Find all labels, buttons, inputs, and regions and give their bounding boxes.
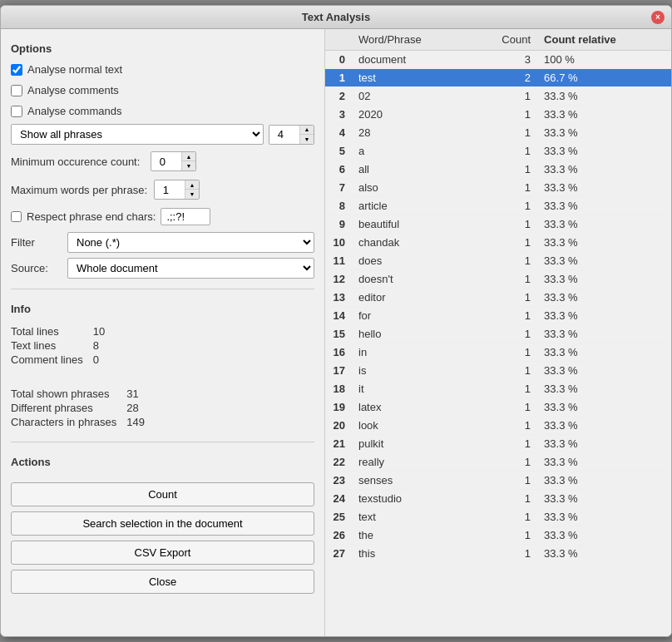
- word-phrase-table: Word/Phrase Count Count relative 0docume…: [325, 29, 671, 563]
- table-cell-relative: 33.3 %: [537, 526, 671, 545]
- table-cell-num: 4: [325, 124, 352, 142]
- show-phrases-spin-down[interactable]: ▼: [300, 135, 314, 144]
- table-row[interactable]: 7also133.3 %: [325, 179, 671, 197]
- table-cell-count: 1: [472, 435, 537, 453]
- table-cell-word: chandak: [352, 234, 472, 252]
- info-text-lines-val: 8: [93, 339, 314, 352]
- table-cell-word: test: [352, 69, 472, 87]
- table-cell-word: this: [352, 545, 472, 563]
- table-row[interactable]: 202133.3 %: [325, 87, 671, 106]
- show-phrases-spin-input[interactable]: [269, 126, 299, 142]
- table-cell-relative: 33.3 %: [537, 106, 671, 124]
- table-row[interactable]: 8article133.3 %: [325, 197, 671, 215]
- info-grid-2: Total shown phrases 31 Different phrases…: [11, 388, 314, 428]
- analyse-normal-checkbox[interactable]: [11, 64, 22, 76]
- table-cell-word: it: [352, 380, 472, 398]
- table-row[interactable]: 20look133.3 %: [325, 417, 671, 435]
- table-body: 0document3100 %1test266.7 %202133.3 %320…: [325, 51, 671, 563]
- search-selection-button[interactable]: Search selection in the document: [11, 511, 314, 536]
- table-row[interactable]: 17is133.3 %: [325, 362, 671, 380]
- table-cell-num: 12: [325, 270, 352, 289]
- respect-checkbox[interactable]: [11, 211, 22, 222]
- table-row[interactable]: 19latex133.3 %: [325, 398, 671, 417]
- min-occurrence-spin-input[interactable]: [151, 154, 181, 170]
- show-phrases-spin-up[interactable]: ▲: [300, 126, 314, 135]
- table-row[interactable]: 15hello133.3 %: [325, 325, 671, 343]
- table-row[interactable]: 26the133.3 %: [325, 526, 671, 545]
- table-cell-relative: 33.3 %: [537, 124, 671, 142]
- table-cell-word: in: [352, 343, 472, 362]
- table-cell-num: 23: [325, 472, 352, 490]
- table-row[interactable]: 22really133.3 %: [325, 453, 671, 472]
- max-words-label: Maximum words per phrase:: [11, 184, 147, 196]
- table-cell-word: article: [352, 197, 472, 215]
- table-row[interactable]: 25text133.3 %: [325, 508, 671, 526]
- table-cell-num: 3: [325, 106, 352, 124]
- table-row[interactable]: 0document3100 %: [325, 51, 671, 69]
- analyse-comments-checkbox[interactable]: [11, 85, 22, 96]
- table-cell-count: 1: [472, 325, 537, 343]
- header-num: [325, 29, 352, 51]
- table-row[interactable]: 18it133.3 %: [325, 380, 671, 398]
- max-words-spin-up[interactable]: ▲: [185, 180, 199, 190]
- table-cell-relative: 33.3 %: [537, 234, 671, 252]
- table-row[interactable]: 12doesn't133.3 %: [325, 270, 671, 289]
- table-row[interactable]: 24texstudio133.3 %: [325, 490, 671, 508]
- table-cell-word: all: [352, 160, 472, 179]
- table-row[interactable]: 1test266.7 %: [325, 69, 671, 87]
- min-occurrence-label: Minimum occurence count:: [11, 156, 144, 168]
- titlebar: Text Analysis ×: [1, 6, 671, 29]
- csv-export-button[interactable]: CSV Export: [11, 541, 314, 565]
- close-button[interactable]: Close: [11, 570, 314, 594]
- table-cell-num: 26: [325, 526, 352, 545]
- table-cell-count: 1: [472, 398, 537, 417]
- table-row[interactable]: 11does133.3 %: [325, 252, 671, 270]
- table-cell-word: really: [352, 453, 472, 472]
- table-row[interactable]: 428133.3 %: [325, 124, 671, 142]
- table-cell-relative: 33.3 %: [537, 289, 671, 307]
- table-row[interactable]: 13editor133.3 %: [325, 289, 671, 307]
- table-row[interactable]: 21pulkit133.3 %: [325, 435, 671, 453]
- filter-select[interactable]: None (.*): [67, 232, 314, 253]
- table-cell-num: 11: [325, 252, 352, 270]
- source-select[interactable]: Whole document Selection: [67, 258, 314, 279]
- table-cell-word: doesn't: [352, 270, 472, 289]
- table-cell-word: a: [352, 142, 472, 160]
- respect-row: Respect phrase end chars: .;:?!: [11, 208, 314, 225]
- table-row[interactable]: 6all133.3 %: [325, 160, 671, 179]
- max-words-spinbox: ▲ ▼: [154, 180, 200, 200]
- min-occurrence-spin-up[interactable]: ▲: [182, 152, 195, 161]
- table-cell-word: the: [352, 526, 472, 545]
- info-total-phrases-key: Total shown phrases: [11, 388, 116, 400]
- table-cell-num: 9: [325, 215, 352, 234]
- table-row[interactable]: 5a133.3 %: [325, 142, 671, 160]
- table-cell-count: 1: [472, 215, 537, 234]
- table-cell-count: 1: [472, 142, 537, 160]
- analyse-normal-row: Analyse normal text: [11, 62, 314, 77]
- window-close-button[interactable]: ×: [651, 11, 665, 24]
- max-words-spin-down[interactable]: ▼: [185, 190, 199, 199]
- analyse-commands-checkbox[interactable]: [11, 106, 22, 117]
- header-word: Word/Phrase: [352, 29, 472, 51]
- table-cell-word: text: [352, 508, 472, 526]
- table-row[interactable]: 10chandak133.3 %: [325, 234, 671, 252]
- info-diff-phrases-key: Different phrases: [11, 402, 116, 414]
- table-row[interactable]: 23senses133.3 %: [325, 472, 671, 490]
- table-row[interactable]: 16in133.3 %: [325, 343, 671, 362]
- show-phrases-select[interactable]: Show all phrases Show top phrases: [11, 124, 264, 145]
- max-words-spin-input[interactable]: [155, 182, 185, 198]
- min-occurrence-spin-down[interactable]: ▼: [182, 161, 195, 170]
- table-row[interactable]: 9beautiful133.3 %: [325, 215, 671, 234]
- count-button[interactable]: Count: [11, 482, 314, 506]
- analyse-comments-row: Analyse comments: [11, 82, 314, 98]
- table-cell-count: 1: [472, 87, 537, 106]
- show-phrases-spin-buttons: ▲ ▼: [299, 126, 314, 144]
- table-row[interactable]: 14for133.3 %: [325, 307, 671, 325]
- filter-row: Filter None (.*): [11, 232, 314, 253]
- table-cell-relative: 33.3 %: [537, 490, 671, 508]
- table-row[interactable]: 32020133.3 %: [325, 106, 671, 124]
- table-cell-num: 20: [325, 417, 352, 435]
- table-container[interactable]: Word/Phrase Count Count relative 0docume…: [325, 29, 671, 636]
- table-row[interactable]: 27this133.3 %: [325, 545, 671, 563]
- table-cell-num: 25: [325, 508, 352, 526]
